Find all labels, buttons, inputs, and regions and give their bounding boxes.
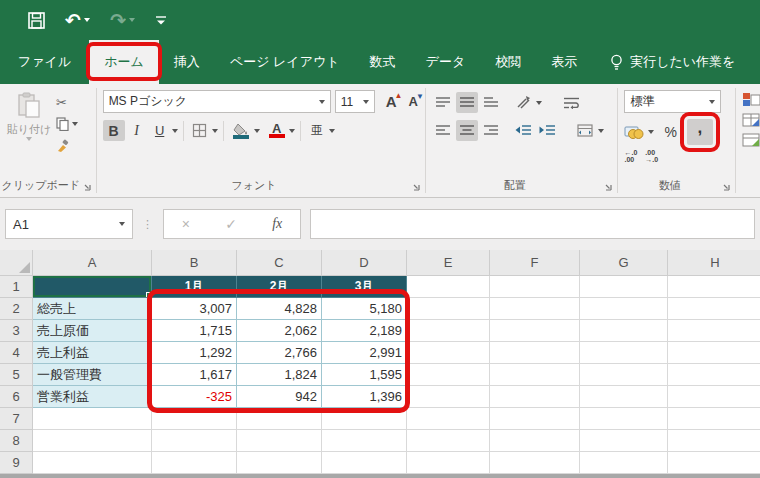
name-box[interactable]: A1 [5,209,133,239]
column-header-D[interactable]: D [322,250,407,276]
cell-E4[interactable] [407,342,490,364]
fill-color-dropdown-arrow[interactable] [254,129,260,133]
cell-E2[interactable] [407,298,490,320]
format-as-table-button[interactable] [742,113,760,128]
column-header-F[interactable]: F [490,250,580,276]
insert-function-button[interactable]: fx [272,216,282,232]
cell-C4[interactable]: 2,766 [237,342,322,364]
copy-button[interactable] [56,116,78,132]
cell-A2[interactable]: 総売上 [33,298,152,320]
cell-styles-button[interactable] [742,133,760,148]
undo-dropdown-arrow[interactable] [84,18,90,22]
cell-E8[interactable] [407,430,490,452]
accounting-dropdown-arrow[interactable] [648,130,654,134]
cell-C3[interactable]: 2,062 [237,320,322,342]
cell-H9[interactable] [668,452,760,474]
font-color-dropdown-arrow[interactable] [289,129,295,133]
cell-F6[interactable] [490,386,580,408]
fill-color-button[interactable] [229,123,253,139]
cell-G6[interactable] [580,386,668,408]
cell-F2[interactable] [490,298,580,320]
cell-A4[interactable]: 売上利益 [33,342,152,364]
tab-file[interactable]: ファイル [0,40,89,84]
conditional-formatting-button[interactable] [742,92,760,108]
column-header-B[interactable]: B [152,250,237,276]
cell-H4[interactable] [668,342,760,364]
cell-D8[interactable] [322,430,407,452]
row-header-6[interactable]: 6 [0,386,33,408]
decrease-font-size-button[interactable]: A▼ [405,94,420,109]
tab-review[interactable]: 校閲 [480,40,536,84]
accounting-format-button[interactable] [624,124,644,140]
cell-E7[interactable] [407,408,490,430]
cell-B1[interactable]: 1月 [152,276,237,298]
align-middle-button[interactable] [456,92,478,113]
row-header-2[interactable]: 2 [0,298,33,320]
comma-style-button[interactable]: , [687,119,713,145]
align-left-button[interactable] [432,120,454,141]
tab-home[interactable]: ホーム [89,40,159,84]
undo-button[interactable]: ↶ [65,11,90,30]
row-header-7[interactable]: 7 [0,408,33,430]
cell-G9[interactable] [580,452,668,474]
cell-B4[interactable]: 1,292 [152,342,237,364]
cell-C7[interactable] [237,408,322,430]
cell-E9[interactable] [407,452,490,474]
cell-B7[interactable] [152,408,237,430]
cell-B3[interactable]: 1,715 [152,320,237,342]
cell-G2[interactable] [580,298,668,320]
cell-E5[interactable] [407,364,490,386]
cell-B9[interactable] [152,452,237,474]
cancel-button[interactable]: × [182,216,190,232]
tab-data[interactable]: データ [411,40,481,84]
underline-dropdown-arrow[interactable] [172,129,178,133]
cell-H2[interactable] [668,298,760,320]
cell-D6[interactable]: 1,396 [322,386,407,408]
cell-C9[interactable] [237,452,322,474]
cell-C2[interactable]: 4,828 [237,298,322,320]
cell-A6[interactable]: 営業利益 [33,386,152,408]
cell-E3[interactable] [407,320,490,342]
number-dialog-launcher[interactable] [721,182,731,192]
font-dialog-launcher[interactable] [411,182,421,192]
cell-D7[interactable] [322,408,407,430]
cell-H5[interactable] [668,364,760,386]
cell-A3[interactable]: 売上原価 [33,320,152,342]
align-right-button[interactable] [480,120,502,141]
cell-F3[interactable] [490,320,580,342]
cut-button[interactable]: ✂ [56,94,78,110]
cell-D2[interactable]: 5,180 [322,298,407,320]
cell-G8[interactable] [580,430,668,452]
cell-A5[interactable]: 一般管理費 [33,364,152,386]
alignment-dialog-launcher[interactable] [603,182,613,192]
cell-A7[interactable] [33,408,152,430]
align-center-button[interactable] [456,120,478,141]
decrease-decimal-button[interactable]: ←.0 .00 [624,149,637,163]
row-header-8[interactable]: 8 [0,430,33,452]
paste-dropdown-arrow[interactable] [26,137,32,141]
font-size-select[interactable]: 11 [335,90,375,113]
cell-C5[interactable]: 1,824 [237,364,322,386]
cell-G1[interactable] [580,276,668,298]
cell-H6[interactable] [668,386,760,408]
borders-dropdown-arrow[interactable] [212,129,218,133]
increase-decimal-button[interactable]: .00 →.0 [645,149,658,163]
cell-F7[interactable] [490,408,580,430]
cell-G7[interactable] [580,408,668,430]
bold-button[interactable]: B [103,120,125,141]
cell-D3[interactable]: 2,189 [322,320,407,342]
decrease-indent-button[interactable] [512,120,534,141]
tab-insert[interactable]: 挿入 [159,40,215,84]
ruby-button[interactable]: 亜 [306,120,328,141]
cell-G3[interactable] [580,320,668,342]
number-format-select[interactable]: 標準 [624,90,721,113]
orientation-dropdown-arrow[interactable] [536,101,542,105]
clipboard-dialog-launcher[interactable] [82,182,92,192]
format-painter-button[interactable] [56,138,78,154]
increase-indent-button[interactable] [536,120,558,141]
font-name-select[interactable]: MS Pゴシック [103,90,331,113]
cell-H8[interactable] [668,430,760,452]
cell-D9[interactable] [322,452,407,474]
cell-F8[interactable] [490,430,580,452]
cell-B6[interactable]: -325 [152,386,237,408]
